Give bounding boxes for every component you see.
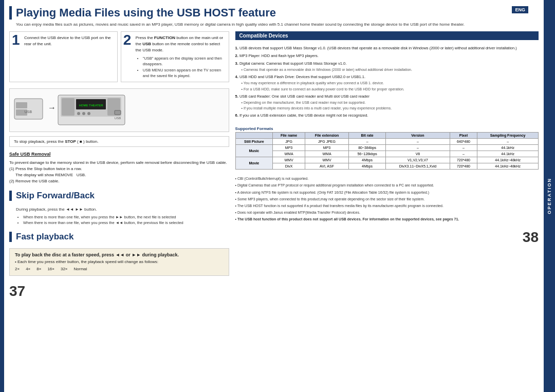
table-row-mp3: Music MP3 MP3 80~384bps – – 44.1kHz <box>235 145 538 151</box>
compat-item-3-sub: • Cameras that operate as a removable di… <box>242 67 539 72</box>
table-row-wmv: Movie WMV WMV 4Mbps V1,V2,V3,V7 720*480 … <box>235 157 538 163</box>
notes-section: • CBI (Control/Bulk/Interrupt) is not su… <box>235 176 539 223</box>
stop-text: To stop playback, press the <box>14 139 65 144</box>
step-1-number: 1 <box>12 33 20 47</box>
subtitle-text: You can enjoy media files such as pictur… <box>9 22 539 27</box>
note-1: • CBI (Control/Bulk/Interrupt) is not su… <box>235 176 539 181</box>
note-6: • Does not operate with Janus enabled MT… <box>235 210 539 215</box>
safe-usb-title: Safe USB Removal <box>9 151 229 158</box>
cell-wmv-samp: 44.1kHz~48kHz <box>477 157 539 163</box>
cell-wmv-bit: 4Mbps <box>349 157 386 163</box>
cell-jpg-bit: – <box>349 139 386 145</box>
cell-divx-ver: DivX3.11~DivX5.1,Xvid <box>386 163 450 170</box>
formats-title: Supported Formats <box>235 126 539 131</box>
step-1-box: 1 Connect the USB device to the USB port… <box>9 31 118 82</box>
safe-usb-desc: To prevent damage to the memory stored i… <box>9 160 229 166</box>
skip-bullet-1: When there is more than one file, when y… <box>23 214 229 220</box>
cell-wmv-name: WMV <box>273 157 305 163</box>
svg-text:USB: USB <box>115 117 121 120</box>
cell-jpg-ext: JPG JPEG <box>305 139 349 145</box>
cell-mp3-samp: 44.1kHz <box>477 145 539 151</box>
step-2-bullet-1: "USB" appears on the display screen and … <box>143 55 226 67</box>
page-title: Playing Media Files using the USB HOST f… <box>9 6 539 20</box>
compat-item-6: 6. If you use a USB extension cable, the… <box>235 113 539 119</box>
fast-playback-text: To play back the disc at a faster speed,… <box>15 252 224 259</box>
step-2-bullet-2: USB MENU screen appears on the TV screen… <box>143 67 226 79</box>
cell-divx-pixel: 720*480 <box>450 163 477 170</box>
left-bar <box>0 0 4 392</box>
compat-item-4: 4. USB HDD and USB Flash Drive: Devices … <box>235 74 539 91</box>
cell-wma-samp: 44.1kHz <box>477 151 539 157</box>
step-1-content: Connect the USB device to the USB port o… <box>24 35 114 47</box>
note-5: • The USB HOST function is not supported… <box>235 203 539 209</box>
device-diagram-svg: USB → HOME THEATER <box>12 91 135 129</box>
compat-item-5: 5. USB card Reader: One slot USB card re… <box>235 94 539 111</box>
page-num-left: 37 <box>9 283 25 300</box>
eng-badge: ENG <box>512 6 528 13</box>
stop-bold: STOP <box>65 139 76 144</box>
cell-wma-name: WMA <box>273 151 305 157</box>
compat-item-3: 3. Digital camera: Cameras that support … <box>235 61 539 72</box>
compat-item-5-sub2: • If you install multiple memory devices… <box>242 105 539 111</box>
cell-divx-samp: 44.1kHz~48kHz <box>477 163 539 170</box>
svg-text:HOME THEATER: HOME THEATER <box>79 104 103 107</box>
speed-row: 2× 4× 8× 16× 32× Normal <box>15 266 224 272</box>
fast-playback-sub: • Each time you press either button, the… <box>15 259 224 265</box>
safe-usb-section: Safe USB Removal To prevent damage to th… <box>9 151 229 184</box>
cell-wma-ext: WMA <box>305 151 349 157</box>
skip-text: During playback, press the ◄◄ ►► button.… <box>9 207 229 226</box>
page-numbers-right: 38 <box>235 229 539 246</box>
svg-point-13 <box>87 112 90 115</box>
stop-section: To stop playback, press the STOP ( ■ ) b… <box>9 136 229 147</box>
cat-movie: Movie <box>235 157 272 170</box>
steps-row: 1 Connect the USB device to the USB port… <box>9 31 229 82</box>
cell-mp3-ver: – <box>386 145 450 151</box>
col-pixel: Pixel <box>450 133 477 139</box>
safe-usb-step2: (2) Remove the USB cable. <box>9 178 229 184</box>
svg-point-12 <box>82 112 85 115</box>
stop-suffix: button. <box>86 139 98 144</box>
cell-wma-bit: 56~128kbps <box>349 151 386 157</box>
page-num-right: 38 <box>523 229 539 246</box>
title-prefix: Playing Media Files using the <box>16 6 177 19</box>
svg-text:→: → <box>48 103 56 112</box>
cell-mp3-pixel: – <box>450 145 477 151</box>
right-bar: OPERATION <box>544 0 555 392</box>
speed-4x: 4× <box>26 266 30 272</box>
cell-jpg-pixel: 640*480 <box>450 139 477 145</box>
page-numbers: 37 <box>9 283 229 300</box>
cell-mp3-bit: 80~384bps <box>349 145 386 151</box>
skip-heading: Skip Forward/Back <box>9 191 229 201</box>
col-version: Version <box>386 133 450 139</box>
svg-rect-7 <box>62 98 75 116</box>
col-category <box>235 133 272 139</box>
cell-wma-ver: V8 <box>386 151 450 157</box>
svg-rect-0 <box>14 99 43 119</box>
step-2-box: 2 Press the FUNCTION button on the main … <box>121 31 229 82</box>
compat-item-4-sub1: • You may experience a difference in pla… <box>242 80 539 86</box>
note-4: • Some MP3 players, when connected to th… <box>235 196 539 202</box>
title-highlight: USB HOST feature <box>177 6 276 19</box>
col-bitrate: Bit rate <box>349 133 386 139</box>
table-row-divx: DivX AVI, ASF 4Mbps DivX3.11~DivX5.1,Xvi… <box>235 163 538 170</box>
note-3: • A device using NTFS file system is not… <box>235 190 539 195</box>
cell-wmv-pixel: 720*480 <box>450 157 477 163</box>
table-row-jpg: Still Picture JPG JPG JPEG – – 640*480 – <box>235 139 538 145</box>
compat-item-5-sub1: • Depending on the manufacturer, the USB… <box>242 100 539 105</box>
compat-item-2: 2. MP3 Player: HDD and flash type MP3 pl… <box>235 53 539 59</box>
compat-item-4-sub2: • For a USB HDD, make sure to connect an… <box>242 86 539 92</box>
col-sampling: Sampling Frequency <box>477 133 539 139</box>
formats-section: Supported Formats File name File extensi… <box>235 126 539 170</box>
compat-item-1: 1. USB devices that support USB Mass Sto… <box>235 45 539 51</box>
cat-still: Still Picture <box>235 139 272 145</box>
speed-normal: Normal <box>74 266 87 272</box>
speed-8x: 8× <box>36 266 41 272</box>
cell-jpg-samp: – <box>477 139 539 145</box>
compatible-devices-header: Compatible Devices <box>235 31 539 40</box>
table-row-wma: WMA WMA 56~128kbps V8 – 44.1kHz <box>235 151 538 157</box>
fast-playback-box: To play back the disc at a faster speed,… <box>9 248 229 276</box>
svg-point-11 <box>77 112 80 115</box>
col-extension: File extension <box>305 133 349 139</box>
speed-16x: 16× <box>47 266 54 272</box>
skip-bullet-2: When there is more than one file, when y… <box>23 220 229 226</box>
